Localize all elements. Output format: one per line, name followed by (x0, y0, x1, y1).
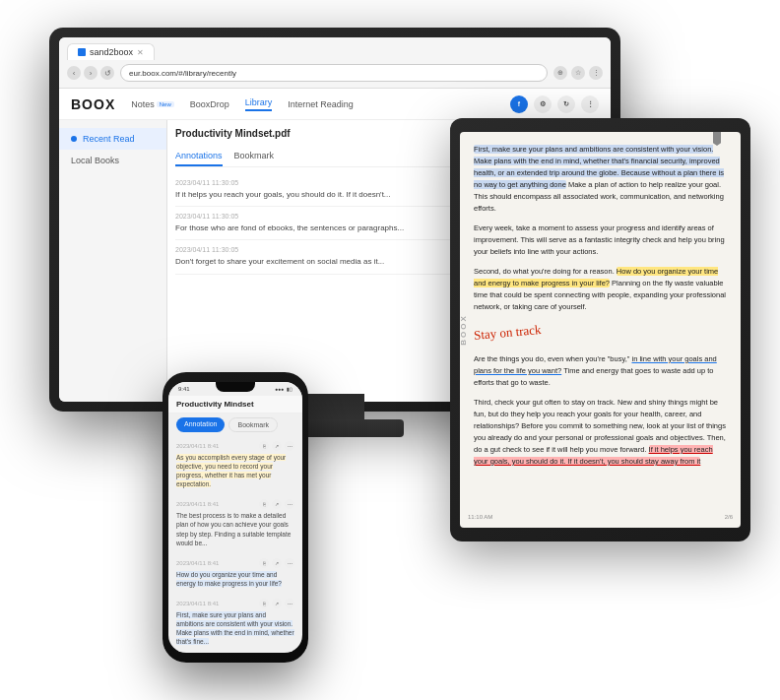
browser-tab-active[interactable]: sand2boox ✕ (67, 43, 155, 60)
recent-read-label: Recent Read (83, 134, 135, 144)
phone-ann-copy-icon[interactable]: ⎘ (259, 441, 269, 451)
phone-tab-annotation[interactable]: Annotation (176, 417, 225, 432)
phone-annotation-1: 2023/04/11 8:41 ⎘ ↗ ⋯ As you accomplish … (168, 436, 302, 494)
phone-body: 9:41 ●●● ▮▯ Productivity Mindset Annotat… (162, 372, 308, 663)
phone-ann-share-icon-3[interactable]: ↗ (272, 558, 282, 568)
notes-badge: New (157, 101, 174, 107)
phone-ann-copy-icon-4[interactable]: ⎘ (259, 599, 269, 608)
phone-ann-more-icon-4[interactable]: ⋯ (285, 599, 294, 608)
phone-ann-text-3: How do you organize your time and energy… (176, 570, 294, 588)
nav-library[interactable]: Library (245, 97, 273, 111)
local-books-label: Local Books (71, 156, 119, 165)
book-title: Productivity Mindset.pdf (175, 128, 291, 139)
tab-bookmark[interactable]: Bookmark (234, 151, 275, 166)
tablet-device: BOOX First, make sure your plans and amb… (450, 118, 750, 541)
boox-navbar: BOOX Notes New BooxDrop Library (59, 89, 611, 120)
phone-ann-icons-4: ⎘ ↗ ⋯ (259, 599, 294, 608)
phone-ann-icons-3: ⎘ ↗ ⋯ (259, 558, 294, 568)
nav-notes[interactable]: Notes New (131, 99, 174, 109)
active-indicator (71, 136, 77, 142)
tablet-paragraph-4: Are the things you do, even when you're … (474, 353, 727, 389)
tablet-paragraph-1: First, make sure your plans and ambition… (474, 144, 727, 215)
tab-close-icon[interactable]: ✕ (137, 48, 144, 57)
tablet-page-indicator: 2/6 (725, 514, 733, 520)
tablet-boox-label: BOOX (460, 314, 468, 346)
phone-battery-icon: ▮▯ (287, 386, 292, 392)
nav-icon-settings[interactable]: ⚙ (534, 95, 552, 113)
tablet-time: 11:10 AM (468, 514, 492, 520)
forward-button[interactable]: › (84, 66, 98, 80)
tablet-paragraph-5: Third, check your gut often to stay on t… (474, 397, 727, 468)
browser-address-bar: ‹ › ↺ eur.boox.com/#/library/recently ⊕ … (67, 64, 603, 82)
nav-right-icons: f ⚙ ↻ ⋮ (510, 95, 599, 113)
phone-tab-bookmark[interactable]: Bookmark (228, 417, 278, 432)
phone-ann-share-icon-2[interactable]: ↗ (272, 499, 282, 509)
phone-ann-more-icon-2[interactable]: ⋯ (285, 499, 294, 509)
sidebar-recent-read[interactable]: Recent Read (59, 128, 166, 150)
phone-device: 9:41 ●●● ▮▯ Productivity Mindset Annotat… (162, 372, 308, 663)
phone-ann-more-icon[interactable]: ⋯ (285, 441, 294, 451)
sidebar-local-books[interactable]: Local Books (59, 150, 166, 171)
phone-screen: 9:41 ●●● ▮▯ Productivity Mindset Annotat… (168, 382, 302, 653)
browser-tabs: sand2boox ✕ (67, 43, 603, 60)
handwritten-note: Stay on track (473, 320, 542, 347)
tab-annotations[interactable]: Annotations (175, 151, 223, 166)
tablet-book-content: First, make sure your plans and ambition… (460, 132, 741, 487)
phone-tabs: Annotation Bookmark (168, 414, 302, 436)
phone-ann-date-4: 2023/04/11 8:41 (176, 601, 219, 606)
back-button[interactable]: ‹ (67, 66, 81, 80)
phone-ann-date-2: 2023/04/11 8:41 (176, 501, 219, 507)
phone-ann-share-icon[interactable]: ↗ (272, 441, 282, 451)
underline-p4: in line with your goals and plans for th… (474, 354, 717, 375)
browser-chrome: sand2boox ✕ ‹ › ↺ eur.boox.com/#/library… (59, 37, 611, 89)
nav-icon-f[interactable]: f (510, 95, 528, 113)
phone-ann-header-3: 2023/04/11 8:41 ⎘ ↗ ⋯ (176, 558, 294, 568)
phone-ann-header-2: 2023/04/11 8:41 ⎘ ↗ ⋯ (176, 499, 294, 509)
nav-booxdrop[interactable]: BooxDrop (190, 99, 229, 109)
phone-ann-icons-2: ⎘ ↗ ⋯ (259, 499, 294, 509)
phone-annotations-list: 2023/04/11 8:41 ⎘ ↗ ⋯ As you accomplish … (168, 436, 302, 652)
phone-ann-header-1: 2023/04/11 8:41 ⎘ ↗ ⋯ (176, 441, 294, 451)
browser-extension-icons: ⊕ ☆ ⋮ (553, 66, 603, 80)
phone-ann-text-1: As you accomplish every stage of your ob… (176, 453, 294, 488)
phone-ann-more-icon-3[interactable]: ⋯ (285, 558, 294, 568)
phone-ann-date-1: 2023/04/11 8:41 (176, 443, 219, 449)
phone-ann-share-icon-4[interactable]: ↗ (272, 599, 282, 608)
boox-logo-text: BOOX (71, 96, 115, 112)
nav-icon-sync[interactable]: ↻ (557, 95, 575, 113)
highlight-p3: How do you organize your time and energy… (474, 267, 718, 287)
tablet-paragraph-3: Second, do what you're doing for a reaso… (474, 266, 727, 313)
phone-ann-copy-icon-3[interactable]: ⎘ (259, 558, 269, 568)
phone-signal-icon: ●●● (275, 386, 284, 392)
tablet-body: BOOX First, make sure your plans and amb… (450, 118, 750, 541)
browser-controls: ‹ › ↺ (67, 66, 114, 80)
tablet-screen: BOOX First, make sure your plans and amb… (460, 132, 741, 528)
tablet-status-bar: 11:10 AM 2/6 (468, 514, 733, 520)
phone-ann-icons-1: ⎘ ↗ ⋯ (259, 441, 294, 451)
phone-ann-date-3: 2023/04/11 8:41 (176, 560, 219, 566)
phone-ann-copy-icon-2[interactable]: ⎘ (259, 499, 269, 509)
nav-icon-more[interactable]: ⋮ (581, 95, 599, 113)
phone-book-title: Productivity Mindset (176, 400, 254, 409)
phone-ann-text-2: The best process is to make a detailed p… (176, 511, 294, 546)
url-bar[interactable]: eur.boox.com/#/library/recently (120, 64, 548, 82)
phone-notch (216, 382, 255, 392)
extension-icon-2[interactable]: ☆ (571, 66, 585, 80)
boox-logo: BOOX (71, 96, 115, 112)
tablet-paragraph-2: Every week, take a moment to assess your… (474, 223, 727, 258)
extension-icon-1[interactable]: ⊕ (553, 66, 567, 80)
library-sidebar: Recent Read Local Books (59, 120, 167, 402)
tablet-handwriting: Stay on track (474, 321, 727, 346)
url-text: eur.boox.com/#/library/recently (129, 69, 236, 78)
reload-button[interactable]: ↺ (100, 66, 114, 80)
highlight-p5: If it helps you reach your goals, you sh… (474, 445, 713, 466)
nav-internet-reading[interactable]: Internet Reading (288, 99, 354, 109)
phone-app-header: Productivity Mindset (168, 396, 302, 414)
extension-icon-3[interactable]: ⋮ (589, 66, 603, 80)
tablet-bookmark-icon (713, 132, 721, 146)
phone-time: 9:41 (178, 386, 190, 392)
phone-ann-text-4: First, make sure your plans and ambition… (176, 610, 294, 646)
scene: sand2boox ✕ ‹ › ↺ eur.boox.com/#/library… (0, 0, 780, 700)
phone-ann-header-4: 2023/04/11 8:41 ⎘ ↗ ⋯ (176, 599, 294, 608)
tab-favicon (78, 48, 86, 56)
